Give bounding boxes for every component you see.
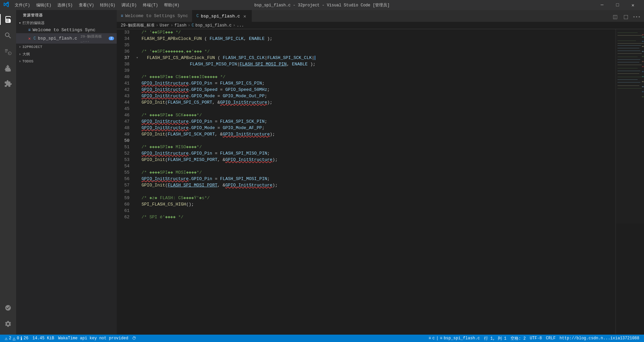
info-count: 26 <box>23 336 28 341</box>
section-outline[interactable]: › 大纲 <box>16 50 117 58</box>
error-count: 2 <box>9 336 11 341</box>
svg-rect-21 <box>616 29 644 224</box>
code-line-35 <box>136 42 615 48</box>
sidebar-item-welcome[interactable]: ≡ Welcome to Settings Sync <box>16 27 117 33</box>
maximize-button[interactable]: □ <box>610 0 625 10</box>
menu-goto[interactable]: 转到(G) <box>97 2 118 9</box>
status-wakatime[interactable]: WakaTime api key not provided <box>56 335 130 342</box>
status-language[interactable]: ≡ c | ≡ bsp_spi_flash.c <box>427 335 482 342</box>
activity-settings[interactable] <box>0 316 16 332</box>
code-editor[interactable]: /* '◆◆SPI◆◆◆ */ FLASH_SPI_APBxClock_FUN … <box>133 29 615 335</box>
activity-debug[interactable] <box>0 60 16 76</box>
breadcrumb-item-3[interactable]: C bsp_spi_flash.c <box>192 23 231 28</box>
filename-status: bsp_spi_flash.c <box>444 336 480 341</box>
breadcrumb-sep: › <box>171 23 173 28</box>
tab-close-button[interactable]: ✕ <box>242 13 248 19</box>
svg-rect-35 <box>642 96 644 97</box>
status-right-info[interactable]: http://blog.csdn.n...ixia13721088 <box>557 335 641 342</box>
code-line-61 <box>136 208 615 214</box>
fold-arrow[interactable]: ▾ <box>136 55 142 61</box>
code-line-45 <box>136 106 615 112</box>
status-clock[interactable]: ⏱ <box>130 335 138 342</box>
svg-rect-34 <box>642 91 644 92</box>
tab-bsp[interactable]: C bsp_spi_flash.c ✕ <box>192 10 252 22</box>
activity-remote[interactable] <box>0 300 16 316</box>
code-line-38: FLASH_SPI_MISO_PIN | FLASH_SPI_MOSI_PIN … <box>136 61 615 67</box>
menu-edit[interactable]: 编辑(E) <box>34 2 54 9</box>
status-spaces[interactable]: 空格: 2 <box>508 335 528 342</box>
warning-icon: △ <box>13 336 15 341</box>
section-32project[interactable]: › 32PROJECT <box>16 44 117 50</box>
item-label: Welcome to Settings Sync <box>33 27 95 33</box>
status-eol[interactable]: CRLF <box>544 335 558 342</box>
toggle-panel-button[interactable] <box>621 12 631 22</box>
error-badge: 2 <box>109 37 114 40</box>
warning-count: 0 <box>17 336 19 341</box>
activity-bar <box>0 10 16 335</box>
code-line-40: /* ◆◆◆◆SPI◆◆ CS◆◆◆t◆◆◆IO◆◆◆◆◆ */ <box>136 74 615 80</box>
file-icon: ≡ <box>28 28 31 33</box>
code-line-59: /* ◆z◆ FLASH: CS◆◆◆◆Ÿ'◆s*/ <box>136 195 615 201</box>
section-label: TODOS <box>22 59 34 63</box>
breadcrumb-item-2[interactable]: flash <box>174 23 186 28</box>
menu-help[interactable]: 帮助(H) <box>161 2 182 9</box>
code-line-44: GPIO_Init ( FLASH_SPI_CS_PORT , & GPIO_I… <box>136 99 615 106</box>
more-actions-button[interactable]: ••• <box>632 12 641 22</box>
code-line-51: /* ◆◆◆◆SPI◆◆ MISO◆◆◆◆*/ <box>136 144 615 150</box>
svg-rect-24 <box>642 41 644 42</box>
breadcrumb-item-1[interactable]: User <box>160 23 169 28</box>
svg-rect-32 <box>642 81 644 82</box>
code-line-60: SPI_FLASH_CS_HIGH (); <box>136 201 615 208</box>
menu-debug[interactable]: 调试(D) <box>119 2 140 9</box>
spaces-text: 空格: 2 <box>511 336 526 341</box>
breadcrumb-item-0[interactable]: 29-触摸画板_标准 <box>121 22 155 28</box>
code-line-50 <box>136 137 615 144</box>
section-label: 打开的编辑器 <box>22 20 45 25</box>
vscode-logo-icon <box>3 1 9 9</box>
activity-scm[interactable] <box>0 44 16 60</box>
window-controls: ─ □ ✕ <box>594 0 641 10</box>
code-line-52: GPIO_InitStructure . GPIO_Pin = FLASH_SP… <box>136 150 615 157</box>
language-indicator: ≡ <box>429 336 431 341</box>
filesize-value: 14.45 KiB <box>33 336 54 341</box>
tab-welcome[interactable]: ≡ Welcome to Settings Sync <box>117 10 192 22</box>
menu-terminal[interactable]: 终端(T) <box>140 2 161 9</box>
sidebar-item-bsp[interactable]: ✕ C bsp_spi_flash.c 29-触摸画板_... 2 <box>16 33 117 44</box>
menu-file[interactable]: 文件(F) <box>12 2 33 9</box>
tab-label: bsp_spi_flash.c <box>201 14 240 19</box>
activity-search[interactable] <box>0 27 16 44</box>
code-line-33: /* '◆◆SPI◆◆◆ */ <box>136 29 615 36</box>
breadcrumb-item-4[interactable]: ... <box>237 23 244 28</box>
section-label: 大纲 <box>22 52 30 57</box>
status-errors[interactable]: ⚠ 2 △ 0 ℹ 26 <box>3 335 31 342</box>
close-button[interactable]: ✕ <box>625 0 641 10</box>
position-text: 行 1, 列 1 <box>484 336 506 341</box>
error-x-icon: ✕ <box>28 36 31 41</box>
section-todos[interactable]: › TODOS <box>16 58 117 65</box>
eol-text: CRLF <box>546 336 556 341</box>
minimize-button[interactable]: ─ <box>594 0 610 10</box>
svg-rect-30 <box>642 71 644 72</box>
status-filesize[interactable]: 14.45 KiB <box>31 335 56 342</box>
tabs-actions: ••• <box>610 12 644 22</box>
info-icon: ℹ <box>20 336 22 341</box>
breadcrumb: 29-触摸画板_标准 › User › flash › C bsp_spi_fl… <box>117 22 644 29</box>
code-line-34: FLASH_SPI_APBxClock_FUN ( FLASH_SPI_CLK … <box>136 36 615 42</box>
status-position[interactable]: 行 1, 列 1 <box>482 335 508 342</box>
code-line-49: GPIO_Init ( FLASH_SPI_SCK_PORT , & GPIO_… <box>136 131 615 137</box>
editor-area: ≡ Welcome to Settings Sync C bsp_spi_fla… <box>117 10 644 335</box>
activity-explorer[interactable] <box>0 11 16 27</box>
tab-file-icon: C <box>196 14 199 18</box>
code-line-57: GPIO_Init ( FLASH_SPI_MOSI_PORT , & GPIO… <box>136 182 615 188</box>
encoding-text: UTF-8 <box>530 336 542 341</box>
split-editor-button[interactable] <box>610 12 620 22</box>
svg-rect-22 <box>642 34 644 35</box>
title-bar-menu[interactable]: 文件(F) 编辑(E) 选择(S) 查看(V) 转到(G) 调试(D) 终端(T… <box>12 2 182 9</box>
menu-select[interactable]: 选择(S) <box>55 2 75 9</box>
menu-view[interactable]: 查看(V) <box>76 2 97 9</box>
section-open-editors[interactable]: ▾ 打开的编辑器 <box>16 19 117 27</box>
status-encoding[interactable]: UTF-8 <box>528 335 544 342</box>
code-line-42: GPIO_InitStructure . GPIO_Speed = GPIO_S… <box>136 87 615 93</box>
activity-extensions[interactable] <box>0 76 16 92</box>
breadcrumb-sep: › <box>156 23 158 28</box>
